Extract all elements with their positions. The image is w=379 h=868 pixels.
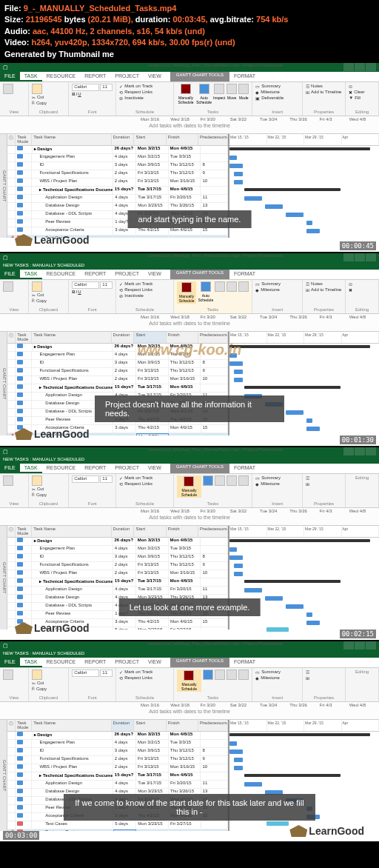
table-row[interactable]: ▸ Technical Specifications Document15 da… — [7, 384, 228, 393]
table-row[interactable]: ▸ Design26 days?Mon 3/2/15Mon 4/6/15 — [7, 538, 228, 546]
scroll-button[interactable]: ⊙ — [349, 84, 375, 89]
close-button[interactable] — [366, 63, 376, 71]
gantt-bar[interactable] — [229, 164, 243, 168]
table-row[interactable]: Application Design4 daysTue 3/17/15Fri 3… — [7, 781, 228, 789]
gantt-bar[interactable] — [229, 147, 370, 150]
notes-button[interactable]: ☰ Notes — [306, 84, 342, 89]
gantt-bar[interactable] — [244, 188, 341, 191]
gantt-bar[interactable] — [234, 172, 243, 176]
gantt-bar[interactable] — [234, 378, 243, 382]
gantt-chart[interactable]: Mar 15, '15Mar 22, '15Mar 29, '15Apr — [229, 134, 379, 238]
table-row[interactable]: Engagement Plan4 daysMon 3/2/15Tue 3/3/1… — [7, 740, 228, 748]
gantt-bar[interactable] — [234, 766, 243, 770]
mark-on-track-button[interactable]: ✓ Mark on Track — [119, 84, 170, 89]
table-row[interactable]: WBS / Project Plan2 daysFri 3/13/15Mon 3… — [7, 376, 228, 384]
table-row[interactable]: Functional Specifications2 daysFri 3/13/… — [7, 368, 228, 376]
table-row[interactable]: Test Cases5 daysMon 3/23/15Fri 3/27/15 — [7, 821, 228, 829]
fill-button[interactable]: ▼ Fill — [349, 96, 375, 100]
gantt-bar[interactable] — [244, 774, 341, 777]
gantt-bar[interactable] — [229, 345, 370, 348]
table-row[interactable]: ID3 daysMon 3/9/15Thu 3/12/158 — [7, 162, 228, 170]
table-row[interactable]: ID3 daysMon 3/9/15Thu 3/12/158 — [7, 748, 228, 756]
gantt-bar[interactable] — [306, 229, 320, 233]
gantt-bar[interactable] — [229, 733, 370, 736]
manual-schedule-icon[interactable] — [181, 84, 191, 94]
auto-schedule-icon[interactable] — [199, 84, 209, 94]
gantt-bar[interactable] — [286, 213, 303, 217]
gantt-chart-icon[interactable] — [3, 84, 13, 94]
gantt-bar[interactable] — [244, 580, 341, 583]
cut-button[interactable]: ✂ Cut — [32, 95, 65, 100]
gantt-bar[interactable] — [306, 427, 320, 431]
tab-format[interactable]: FORMAT — [229, 72, 260, 81]
tab-resource[interactable]: RESOURCE — [42, 72, 81, 81]
gantt-bar[interactable] — [306, 621, 320, 625]
gantt-bar[interactable] — [265, 596, 283, 601]
ribbon-toolbar: View ✂ Cut⎘ CopyClipboard Calibri11B I U… — [0, 82, 379, 116]
clear-button[interactable]: ✖ Clear — [349, 90, 375, 95]
inactivate-button[interactable]: ⊘ Inactivate — [119, 96, 170, 101]
gantt-bar[interactable] — [229, 555, 243, 560]
gantt-bar[interactable] — [244, 386, 341, 389]
gantt-bar[interactable] — [234, 572, 243, 576]
tab-task[interactable]: TASK — [20, 72, 42, 81]
gantt-bar[interactable] — [286, 410, 303, 415]
table-row[interactable]: Engagement Plan4 daysMon 3/2/15Tue 3/3/1… — [7, 546, 228, 554]
gantt-bar[interactable] — [229, 361, 243, 366]
gantt-bar[interactable] — [306, 221, 312, 225]
tab-file[interactable]: FILE — [0, 72, 20, 81]
gantt-bar[interactable] — [234, 180, 243, 184]
respect-links-button[interactable]: ⟲ Respect Links — [119, 90, 170, 95]
gantt-bar[interactable] — [229, 741, 237, 746]
summary-button[interactable]: ▭ Summary — [255, 84, 299, 89]
gantt-bar[interactable] — [244, 196, 262, 201]
inspect-icon[interactable] — [214, 84, 224, 94]
font-size-selector[interactable]: 11 — [100, 84, 113, 91]
move-icon[interactable] — [227, 84, 237, 94]
table-row[interactable]: WBS / Project Plan2 daysFri 3/13/15Mon 3… — [7, 178, 228, 187]
paste-icon[interactable] — [32, 84, 42, 94]
milestone-button[interactable]: ◆ Milestone — [255, 90, 299, 95]
gantt-bar[interactable] — [244, 588, 262, 592]
table-row[interactable]: ▸ Design26 days?Mon 3/2/15Mon 4/6/15 — [7, 146, 228, 154]
font-selector[interactable]: Calibri — [72, 84, 99, 91]
gantt-bar[interactable] — [306, 612, 312, 617]
gantt-bar[interactable] — [244, 782, 262, 787]
gantt-bar[interactable] — [234, 564, 243, 568]
table-row[interactable]: Functional Specifications2 daysFri 3/13/… — [7, 170, 228, 178]
table-row[interactable]: ▸ Design26 days?Mon 3/2/15Mon 4/6/15 — [7, 732, 228, 740]
gantt-bar[interactable] — [286, 604, 303, 609]
gantt-bar[interactable] — [306, 418, 312, 423]
timeline-button[interactable]: ⊞ Add to Timeline — [306, 90, 342, 95]
minimize-button[interactable] — [343, 63, 354, 71]
subtitle-caption: If we come to know of the start date for… — [64, 794, 315, 821]
deliverable-button[interactable]: ▣ Deliverable — [255, 96, 299, 101]
timeline-bar[interactable]: Mon 3/16Wed 3/18Fri 3/20Sat 3/22Tue 3/24… — [0, 116, 379, 134]
tab-view[interactable]: VIEW — [144, 72, 166, 81]
gantt-bar[interactable] — [229, 156, 237, 160]
copy-button[interactable]: ⎘ Copy — [32, 101, 65, 105]
gantt-bar[interactable] — [229, 547, 237, 552]
table-row[interactable]: ▸ Technical Specifications Document15 da… — [7, 772, 228, 781]
table-row[interactable]: ▸ Technical Specifications Document15 da… — [7, 578, 228, 587]
table-row[interactable]: Functional Specifications2 daysFri 3/13/… — [7, 756, 228, 764]
table-row[interactable]: WBS / Project Plan2 daysFri 3/13/15Mon 3… — [7, 764, 228, 772]
table-row-editing[interactable]: 📌Test case Review2 days — [7, 829, 228, 831]
table-row[interactable]: ID3 daysMon 3/9/15Thu 3/12/158 — [7, 360, 228, 368]
gantt-bar[interactable] — [265, 204, 283, 209]
table-row[interactable]: Application Design4 daysTue 3/17/15Fri 3… — [7, 195, 228, 203]
table-row[interactable]: ID3 daysMon 3/9/15Thu 3/12/158 — [7, 554, 228, 562]
table-row[interactable]: ▸ Technical Specifications Document15 da… — [7, 187, 228, 195]
tab-project[interactable]: PROJECT — [110, 72, 144, 81]
gantt-bar[interactable] — [234, 758, 243, 762]
gantt-bar[interactable] — [234, 370, 243, 374]
gantt-bar[interactable] — [229, 750, 243, 754]
gantt-bar[interactable] — [229, 539, 370, 542]
table-row[interactable]: WBS / Project Plan2 daysFri 3/13/15Mon 3… — [7, 570, 228, 578]
table-row[interactable]: Engagement Plan4 daysMon 3/2/15Tue 3/3/1… — [7, 154, 228, 162]
mode-icon[interactable] — [238, 84, 249, 94]
tab-report[interactable]: REPORT — [80, 72, 110, 81]
table-row[interactable]: Application Design4 daysTue 3/17/15Fri 3… — [7, 587, 228, 595]
table-row[interactable]: Functional Specifications2 daysFri 3/13/… — [7, 562, 228, 570]
maximize-button[interactable] — [355, 63, 365, 71]
